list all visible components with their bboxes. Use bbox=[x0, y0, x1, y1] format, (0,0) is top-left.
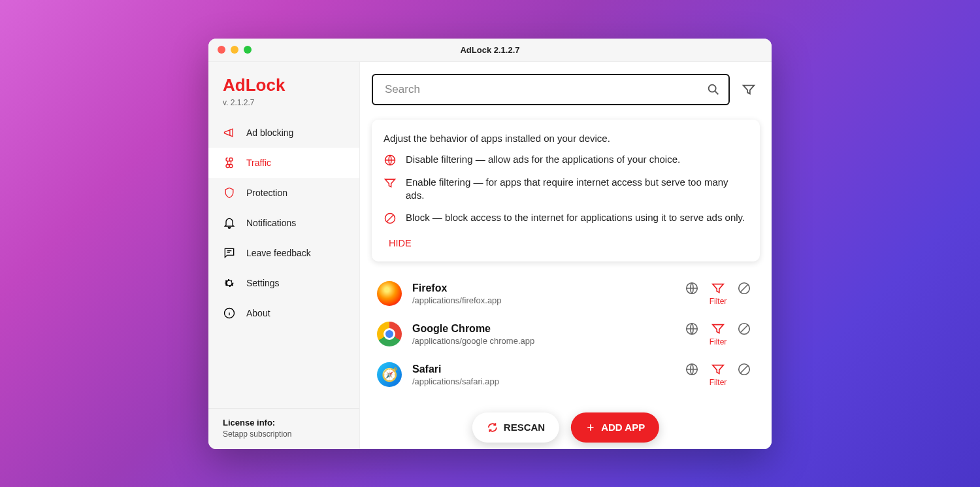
sidebar-item-ad-blocking[interactable]: Ad blocking bbox=[208, 118, 359, 148]
app-path: /applications/firefox.app bbox=[412, 295, 683, 305]
app-name: Google Chrome bbox=[412, 323, 683, 335]
action-disable[interactable] bbox=[683, 362, 701, 377]
search-icon[interactable] bbox=[706, 82, 721, 97]
app-info: Google Chrome /applications/google chrom… bbox=[412, 323, 683, 346]
info-icon bbox=[223, 307, 236, 320]
license-title: License info: bbox=[223, 418, 345, 428]
sidebar-item-label: Protection bbox=[246, 188, 287, 198]
chat-icon bbox=[223, 246, 236, 260]
content-scroll[interactable]: Adjust the behavior of apps installed on… bbox=[360, 113, 772, 449]
sidebar-item-protection[interactable]: Protection bbox=[208, 178, 359, 208]
close-window-button[interactable] bbox=[218, 46, 225, 54]
window-title: AdLock 2.1.2.7 bbox=[208, 45, 772, 55]
chrome-icon bbox=[377, 322, 402, 346]
info-text: Disable filtering — allow ads for the ap… bbox=[406, 153, 680, 167]
sidebar-item-label: Traffic bbox=[246, 158, 271, 168]
main-panel: Adjust the behavior of apps installed on… bbox=[360, 62, 772, 449]
app-path: /applications/safari.app bbox=[412, 377, 683, 386]
action-label: Filter bbox=[710, 337, 727, 346]
app-row: Safari /applications/safari.app Filter bbox=[372, 354, 760, 395]
hide-button[interactable]: HIDE bbox=[384, 234, 417, 252]
app-row: Firefox /applications/firefox.app Filter bbox=[372, 273, 760, 314]
sidebar-item-label: Ad blocking bbox=[246, 127, 293, 138]
floating-actions: RESCAN ADD APP bbox=[472, 412, 659, 443]
brand: AdLock v. 2.1.2.7 bbox=[208, 62, 359, 110]
gear-icon bbox=[223, 277, 236, 290]
info-row-enable: Enable filtering — for apps that require… bbox=[384, 176, 748, 203]
brand-version: v. 2.1.2.7 bbox=[223, 98, 345, 107]
megaphone-icon bbox=[223, 126, 236, 139]
app-window: AdLock 2.1.2.7 AdLock v. 2.1.2.7 Ad bloc… bbox=[208, 39, 772, 449]
bell-icon bbox=[223, 216, 236, 229]
command-icon bbox=[223, 156, 236, 169]
svg-point-1 bbox=[709, 84, 716, 92]
minimize-window-button[interactable] bbox=[231, 46, 238, 54]
sidebar-item-label: Settings bbox=[246, 278, 280, 288]
sidebar-item-feedback[interactable]: Leave feedback bbox=[208, 238, 359, 268]
sidebar-item-label: Notifications bbox=[246, 218, 296, 228]
app-path: /applications/google chrome.app bbox=[412, 336, 683, 346]
funnel-icon bbox=[384, 176, 397, 190]
sidebar: AdLock v. 2.1.2.7 Ad blocking Traffic Pr… bbox=[208, 62, 360, 449]
searchbar bbox=[360, 62, 772, 113]
info-row-disable: Disable filtering — allow ads for the ap… bbox=[384, 153, 748, 167]
firefox-icon bbox=[377, 281, 402, 306]
safari-icon bbox=[377, 362, 402, 387]
info-row-block: Block — block access to the internet for… bbox=[384, 211, 748, 225]
search-wrap bbox=[372, 74, 730, 105]
titlebar: AdLock 2.1.2.7 bbox=[208, 39, 772, 62]
app-info: Safari /applications/safari.app bbox=[412, 363, 683, 386]
app-name: Firefox bbox=[412, 282, 683, 294]
traffic-lights bbox=[208, 46, 252, 54]
sidebar-item-about[interactable]: About bbox=[208, 298, 359, 328]
sidebar-item-label: Leave feedback bbox=[246, 248, 311, 258]
app-actions: Filter bbox=[683, 281, 753, 306]
info-text: Block — block access to the internet for… bbox=[406, 211, 745, 225]
brand-name: AdLock bbox=[223, 75, 345, 95]
action-filter[interactable]: Filter bbox=[709, 322, 727, 346]
app-info: Firefox /applications/firefox.app bbox=[412, 282, 683, 305]
action-block[interactable] bbox=[735, 362, 753, 377]
app-name: Safari bbox=[412, 363, 683, 375]
block-icon bbox=[384, 212, 397, 225]
info-text: Enable filtering — for apps that require… bbox=[406, 176, 748, 203]
license-subtitle: Setapp subscription bbox=[223, 429, 345, 439]
rescan-label: RESCAN bbox=[504, 422, 545, 433]
shield-icon bbox=[223, 186, 236, 199]
sidebar-item-settings[interactable]: Settings bbox=[208, 268, 359, 298]
action-disable[interactable] bbox=[683, 322, 701, 336]
info-card: Adjust the behavior of apps installed on… bbox=[372, 120, 760, 262]
license-info: License info: Setapp subscription bbox=[208, 408, 359, 449]
add-app-label: ADD APP bbox=[601, 422, 645, 433]
action-label: Filter bbox=[710, 297, 727, 306]
sidebar-item-notifications[interactable]: Notifications bbox=[208, 208, 359, 238]
action-filter[interactable]: Filter bbox=[709, 281, 727, 306]
nav: Ad blocking Traffic Protection Notificat… bbox=[208, 118, 359, 408]
rescan-button[interactable]: RESCAN bbox=[472, 412, 559, 443]
action-block[interactable] bbox=[735, 322, 753, 336]
action-disable[interactable] bbox=[683, 281, 701, 295]
info-heading: Adjust the behavior of apps installed on… bbox=[384, 133, 748, 144]
action-filter[interactable]: Filter bbox=[709, 362, 727, 387]
app-actions: Filter bbox=[683, 362, 753, 387]
app-row: Google Chrome /applications/google chrom… bbox=[372, 314, 760, 354]
action-label: Filter bbox=[710, 378, 727, 387]
search-input[interactable] bbox=[385, 83, 706, 96]
funnel-icon[interactable] bbox=[742, 82, 756, 97]
sidebar-item-label: About bbox=[246, 308, 270, 318]
add-app-button[interactable]: ADD APP bbox=[571, 412, 659, 443]
action-block[interactable] bbox=[735, 281, 753, 295]
sidebar-item-traffic[interactable]: Traffic bbox=[208, 148, 359, 178]
app-actions: Filter bbox=[683, 322, 753, 346]
maximize-window-button[interactable] bbox=[244, 46, 252, 54]
globe-icon bbox=[384, 154, 397, 167]
